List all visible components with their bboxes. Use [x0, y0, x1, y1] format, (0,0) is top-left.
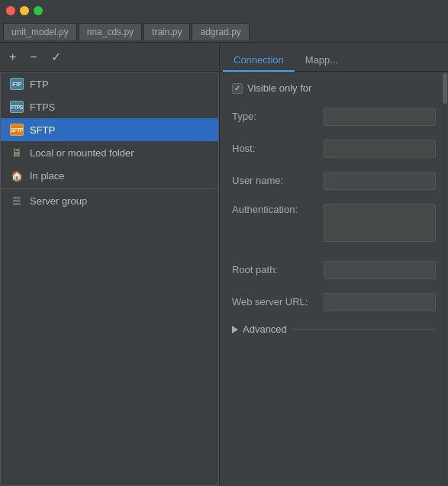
menu-item-local[interactable]: 🖥 Local or mounted folder	[1, 141, 218, 164]
form-row-type: Type:	[232, 105, 436, 129]
remove-button[interactable]: −	[27, 50, 40, 65]
menu-item-ftp-label: FTP	[30, 79, 49, 90]
traffic-light-red[interactable]	[6, 6, 15, 15]
add-button[interactable]: +	[6, 50, 19, 65]
traffic-light-yellow[interactable]	[20, 6, 29, 15]
file-tab-3[interactable]: adgrad.py	[192, 23, 249, 40]
file-tab-1[interactable]: nna_cds.py	[79, 23, 142, 40]
menu-item-local-label: Local or mounted folder	[30, 147, 134, 159]
file-tab-0[interactable]: unit_model.py	[3, 23, 77, 40]
input-auth[interactable]	[324, 204, 436, 242]
servergroup-icon: ☰	[10, 195, 24, 207]
file-tab-2[interactable]: train.py	[143, 23, 190, 40]
ftp-icon: FTP	[10, 78, 24, 90]
advanced-triangle-icon	[232, 326, 238, 333]
toolbar: + − ✓	[0, 43, 219, 72]
inplace-icon: 🏠	[10, 169, 24, 182]
form-row-auth: Authentication:	[232, 201, 436, 243]
input-type[interactable]	[324, 108, 436, 126]
file-tabs: unit_model.py nna_cds.py train.py adgrad…	[0, 21, 448, 43]
right-panel: Connection Mapp... ✓ Visible only for Ty…	[220, 43, 448, 486]
visible-only-checkbox[interactable]: ✓	[232, 83, 243, 94]
advanced-row: Advanced	[232, 320, 436, 338]
traffic-light-green[interactable]	[34, 6, 43, 15]
apply-button[interactable]: ✓	[48, 50, 64, 65]
label-type: Type:	[232, 111, 324, 122]
menu-item-ftps-label: FTPS	[30, 101, 55, 113]
form-row-username: User name:	[232, 169, 436, 193]
tab-connection[interactable]: Connection	[223, 50, 295, 72]
form-row-host: Host:	[232, 137, 436, 161]
advanced-label[interactable]: Advanced	[243, 323, 287, 335]
sftp-icon: SFTP	[10, 124, 24, 136]
left-panel: + − ✓ FTP FTP FTPS FTPS SFTP	[0, 43, 220, 486]
input-username[interactable]	[324, 172, 436, 190]
label-weburl: Web server URL:	[232, 296, 324, 307]
scrollbar-thumb[interactable]	[443, 73, 447, 104]
visible-only-label: Visible only for	[247, 82, 311, 94]
server-type-menu: FTP FTP FTPS FTPS SFTP SFTP 🖥	[0, 72, 219, 486]
advanced-divider	[292, 329, 436, 330]
menu-item-ftp[interactable]: FTP FTP	[1, 72, 218, 95]
scrollbar-track[interactable]	[442, 72, 448, 486]
ftps-icon: FTPS	[10, 101, 24, 113]
form-row-rootpath: Root path:	[232, 258, 436, 282]
menu-item-servergroup-label: Server group	[30, 195, 87, 207]
menu-item-inplace[interactable]: 🏠 In place	[1, 164, 218, 187]
title-bar	[0, 0, 448, 21]
menu-item-sftp[interactable]: SFTP SFTP	[1, 118, 218, 141]
menu-item-ftps[interactable]: FTPS FTPS	[1, 95, 218, 118]
menu-item-sftp-label: SFTP	[30, 124, 55, 136]
label-host: Host:	[232, 143, 324, 154]
label-username: User name:	[232, 175, 324, 186]
connection-tabs: Connection Mapp...	[220, 43, 448, 72]
visible-only-row: ✓ Visible only for	[232, 79, 436, 94]
main-area: + − ✓ FTP FTP FTPS FTPS SFTP	[0, 43, 448, 486]
input-weburl[interactable]	[324, 293, 436, 311]
form-row-weburl: Web server URL:	[232, 290, 436, 314]
input-rootpath[interactable]	[324, 261, 436, 279]
form-area: ✓ Visible only for Type: Host: User name…	[220, 72, 448, 346]
folder-icon: 🖥	[10, 146, 24, 159]
menu-item-servergroup[interactable]: ☰ Server group	[1, 188, 218, 212]
menu-item-inplace-label: In place	[30, 170, 65, 182]
input-host[interactable]	[324, 140, 436, 158]
label-auth: Authentication:	[232, 204, 324, 215]
label-rootpath: Root path:	[232, 264, 324, 275]
tab-mappings[interactable]: Mapp...	[295, 50, 349, 72]
